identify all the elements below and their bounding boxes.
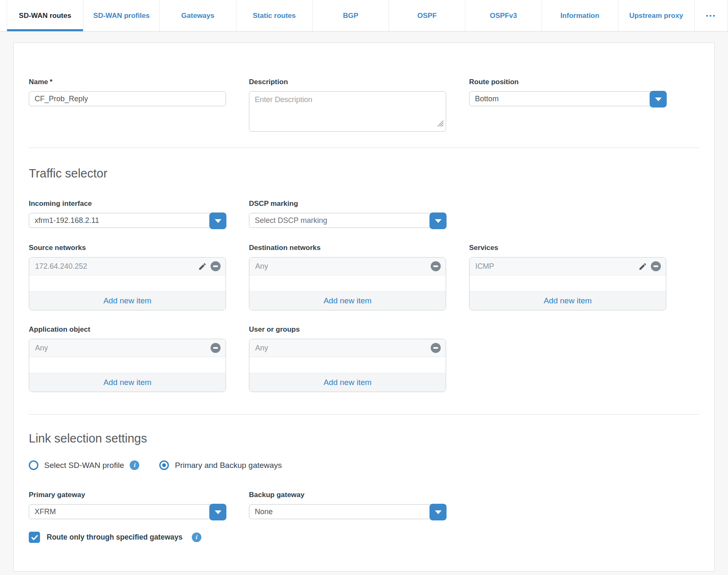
checkmark-icon [30,533,39,542]
tab-bar: SD-WAN routes SD-WAN profiles Gateways S… [0,0,728,32]
source-networks-label: Source networks [29,244,226,252]
list-item-text: 172.64.240.252 [35,262,87,271]
backup-gateway-field-group: Backup gateway None [249,491,446,519]
remove-minus-icon[interactable] [211,261,221,271]
remove-minus-icon[interactable] [211,343,221,353]
edit-pencil-icon[interactable] [638,262,647,271]
listbox-empty-area [249,357,446,373]
listbox-empty-area [29,357,226,373]
chevron-down-icon [215,219,221,223]
tab-sdwan-routes[interactable]: SD-WAN routes [7,0,83,31]
add-new-item-link[interactable]: Add new item [103,378,151,387]
radio-group-primary-backup: Primary and Backup gateways [159,460,282,470]
list-item-text: Any [255,262,268,271]
listbox-footer: Add new item [29,291,226,310]
source-networks-listbox: 172.64.240.252 Add new item [29,257,226,310]
tab-sdwan-profiles[interactable]: SD-WAN profiles [83,0,160,31]
add-new-item-link[interactable]: Add new item [544,296,592,305]
add-new-item-link[interactable]: Add new item [324,378,372,387]
required-asterisk: * [50,78,53,86]
tab-upstream-proxy[interactable]: Upstream proxy [618,0,695,31]
route-edit-panel: Name* Description [13,42,715,572]
radio-primary-backup-gateways[interactable] [159,460,169,470]
chevron-down-icon [435,510,442,514]
radio-group-sdwan-profile: Select SD-WAN profile i [29,460,139,470]
backup-gateway-dropdown-button[interactable] [429,504,447,520]
route-only-checkbox-label: Route only through specified gateways [47,533,183,542]
remove-minus-icon[interactable] [431,343,441,353]
route-position-field-group: Route position Bottom [469,78,666,106]
primary-gateway-field-group: Primary gateway XFRM [29,491,226,519]
list-item: 172.64.240.252 [29,258,226,275]
listbox-footer: Add new item [249,291,446,310]
radio-label: Primary and Backup gateways [175,461,282,470]
list-item-text: Any [255,344,268,352]
name-label: Name* [29,78,226,86]
backup-gateway-select[interactable]: None [249,504,446,519]
listbox-footer: Add new item [469,291,666,310]
tab-ospfv3[interactable]: OSPFv3 [465,0,542,31]
dscp-marking-field-group: DSCP marking Select DSCP marking [249,200,446,228]
description-textarea[interactable] [249,91,446,132]
user-or-groups-group: User or groups Any Add new item [249,325,446,392]
name-field-group: Name* [29,78,226,106]
add-new-item-link[interactable]: Add new item [103,296,151,305]
application-object-group: Application object Any Add new item [29,325,226,392]
user-or-groups-label: User or groups [249,325,446,334]
destination-networks-group: Destination networks Any Add new item [249,244,446,310]
user-or-groups-listbox: Any Add new item [249,339,446,392]
route-only-checkbox[interactable] [29,532,40,543]
listbox-footer: Add new item [29,373,226,392]
info-icon[interactable]: i [192,532,201,542]
route-position-select[interactable]: Bottom [469,91,666,106]
chevron-down-icon [435,219,442,223]
radio-select-sdwan-profile[interactable] [29,460,38,470]
tab-gateways[interactable]: Gateways [160,0,236,31]
backup-gateway-value: None [255,508,273,516]
edit-pencil-icon[interactable] [198,262,207,271]
list-item: Any [249,339,446,357]
primary-gateway-value: XFRM [35,508,56,516]
radio-label: Select SD-WAN profile [44,461,124,470]
info-icon[interactable]: i [130,460,139,470]
incoming-interface-value: xfrm1-192.168.2.11 [35,216,99,225]
list-item: Any [29,339,226,357]
primary-gateway-select[interactable]: XFRM [29,504,226,519]
listbox-footer: Add new item [249,373,446,392]
incoming-interface-select[interactable]: xfrm1-192.168.2.11 [29,213,226,228]
tab-bgp[interactable]: BGP [313,0,389,31]
incoming-interface-field-group: Incoming interface xfrm1-192.168.2.11 [29,200,226,228]
section-divider [29,148,699,148]
source-networks-group: Source networks 172.64.240.252 Add new i… [29,244,226,310]
dscp-marking-label: DSCP marking [249,200,446,208]
listbox-empty-area [29,275,226,291]
application-object-listbox: Any Add new item [29,339,226,392]
primary-gateway-label: Primary gateway [29,491,226,499]
dscp-marking-value: Select DSCP marking [255,216,327,225]
incoming-interface-dropdown-button[interactable] [209,212,226,229]
chevron-down-icon [215,510,221,514]
route-position-label: Route position [469,78,666,86]
route-position-dropdown-button[interactable] [650,91,667,108]
add-new-item-link[interactable]: Add new item [324,296,372,305]
name-input[interactable] [29,91,226,106]
chevron-down-icon [655,98,662,101]
section-divider [29,414,699,415]
remove-minus-icon[interactable] [651,261,661,271]
tab-information[interactable]: Information [542,0,618,31]
incoming-interface-label: Incoming interface [29,200,226,208]
tab-ospf[interactable]: OSPF [389,0,465,31]
tab-static-routes[interactable]: Static routes [236,0,313,31]
dscp-marking-select[interactable]: Select DSCP marking [249,213,446,228]
tab-overflow-ellipsis-icon[interactable]: ••• [695,0,728,31]
dscp-marking-dropdown-button[interactable] [429,212,447,229]
primary-gateway-dropdown-button[interactable] [209,504,226,520]
services-label: Services [469,244,666,252]
destination-networks-listbox: Any Add new item [249,257,446,310]
link-selection-heading: Link selection settings [29,431,699,445]
listbox-empty-area [249,275,446,291]
services-listbox: ICMP Add new item [469,257,666,310]
remove-minus-icon[interactable] [431,261,441,271]
listbox-empty-area [469,275,666,291]
backup-gateway-label: Backup gateway [249,491,446,499]
